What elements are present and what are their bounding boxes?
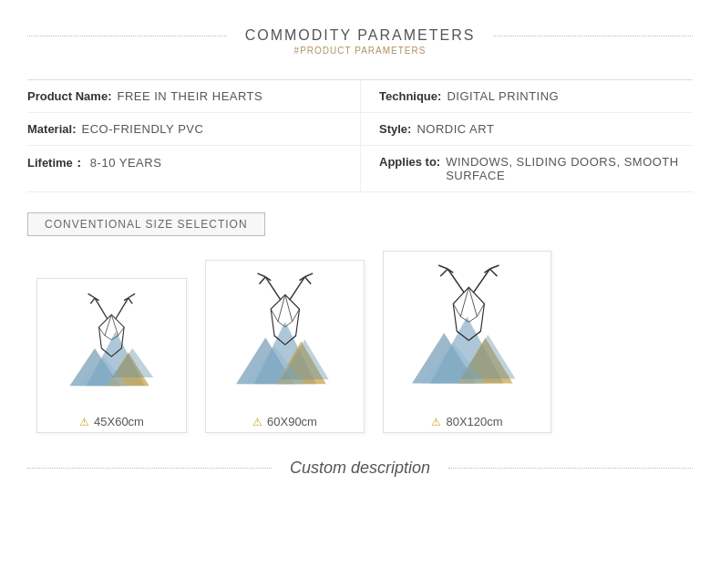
svg-line-28 [257,273,265,277]
param-value-style: NORDIC ART [417,122,494,136]
custom-desc-dots-left [27,468,272,469]
product-card-sm[interactable]: ⚠ 45X60cm [36,278,187,433]
svg-line-10 [129,294,135,298]
product-card-md[interactable]: ⚠ 60X90cm [205,260,365,433]
custom-desc-title: Custom description [281,459,439,478]
param-label-material: Material: [27,122,76,136]
sub-title: #PRODUCT PARAMETERS [27,46,693,56]
title-dots-left [27,36,227,36]
param-label-product-name: Product Name: [27,89,111,103]
svg-line-31 [289,277,304,300]
warning-icon-lg: ⚠ [431,416,441,428]
svg-line-63 [469,316,478,322]
param-value-technique: DIGITAL PRINTING [447,89,559,103]
title-dots-right [493,36,693,36]
card-image-md [206,261,364,409]
warning-icon-sm: ⚠ [79,416,89,428]
param-lifetime: Lifetime： 8-10 YEARS [27,146,360,192]
custom-desc-dots-right [448,468,693,469]
svg-line-53 [474,269,490,293]
svg-line-9 [116,298,129,319]
card-label-md: ⚠ 60X90cm [252,409,317,432]
svg-line-49 [447,269,464,293]
svg-line-6 [88,294,95,298]
svg-line-11 [129,298,133,304]
custom-desc-section: Custom description [27,459,693,478]
param-label-applies: Applies to: [379,155,440,169]
svg-line-32 [304,273,313,277]
main-title: COMMODITY PARAMETERS [236,27,485,44]
warning-icon-md: ⚠ [252,416,262,428]
param-style: Style: NORDIC ART [360,113,693,146]
svg-line-27 [265,277,281,300]
card-image-sm [37,279,186,409]
param-technique: Technique: DIGITAL PRINTING [360,80,693,113]
card-size-text-md: 60X90cm [267,415,317,428]
page: COMMODITY PARAMETERS #PRODUCT PARAMETERS… [0,0,720,588]
svg-line-33 [304,277,311,284]
svg-line-18 [105,335,111,340]
param-value-material: ECO-FRIENDLY PVC [81,122,203,136]
svg-line-55 [490,269,498,276]
svg-line-7 [91,298,96,304]
param-label-technique: Technique: [379,89,441,103]
header-section: COMMODITY PARAMETERS #PRODUCT PARAMETERS [27,18,693,70]
param-label-lifetime: Lifetime： [27,155,85,171]
param-product-name: Product Name: FREE IN THEIR HEARTS [27,80,360,113]
card-image-lg [384,252,550,409]
svg-line-29 [259,277,265,284]
card-size-text-sm: 45X60cm [94,415,144,428]
param-value-product-name: FREE IN THEIR HEARTS [117,89,262,103]
param-material: Material: ECO-FRIENDLY PVC [27,113,360,146]
svg-line-50 [438,265,447,269]
size-selection-button[interactable]: CONVENTIONAL SIZE SELECTION [27,212,265,236]
product-card-lg[interactable]: ⚠ 80X120cm [383,251,551,433]
size-selection-section: CONVENTIONAL SIZE SELECTION [27,212,693,433]
card-size-text-lg: 80X120cm [446,415,502,428]
svg-line-5 [95,298,108,319]
card-label-sm: ⚠ 45X60cm [79,409,144,432]
param-label-style: Style: [379,122,411,136]
svg-line-54 [490,265,499,269]
svg-line-51 [440,269,447,276]
param-applies: Applies to: WINDOWS, SLIDING DOORS, SMOO… [360,146,693,192]
param-value-applies: WINDOWS, SLIDING DOORS, SMOOTH SURFACE [446,155,684,182]
param-value-lifetime: 8-10 YEARS [90,156,161,170]
product-cards: ⚠ 45X60cm [36,251,693,433]
card-label-lg: ⚠ 80X120cm [431,409,502,432]
params-grid: Product Name: FREE IN THEIR HEARTS Techn… [27,79,693,192]
